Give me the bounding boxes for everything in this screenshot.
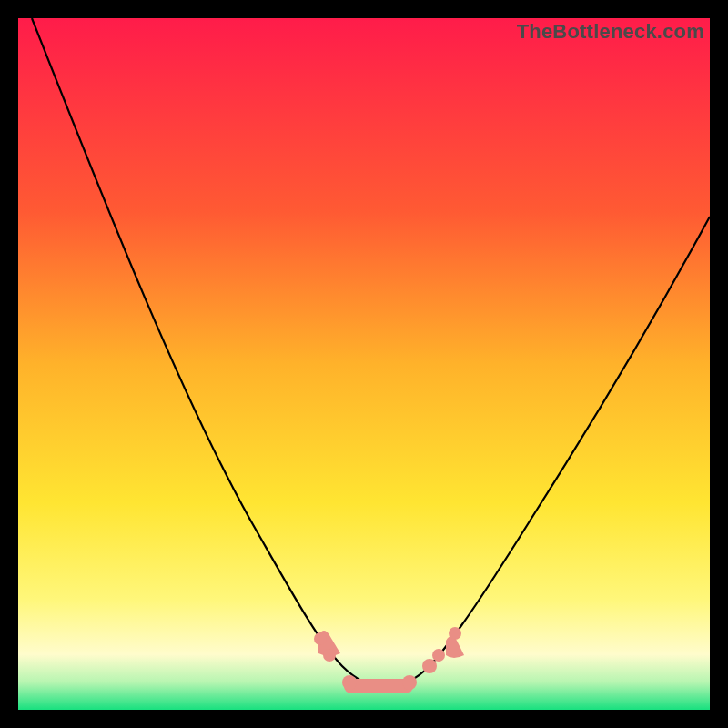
svg-point-2 bbox=[323, 649, 336, 662]
svg-point-5 bbox=[422, 659, 437, 673]
svg-point-3 bbox=[342, 675, 357, 690]
curve-path bbox=[32, 18, 710, 687]
svg-point-6 bbox=[432, 649, 445, 662]
bottleneck-curve bbox=[18, 18, 710, 710]
svg-point-4 bbox=[402, 675, 417, 690]
watermark-text: TheBottleneck.com bbox=[517, 20, 704, 44]
svg-point-7 bbox=[449, 627, 461, 640]
chart-frame bbox=[18, 18, 710, 710]
svg-point-1 bbox=[314, 632, 327, 645]
